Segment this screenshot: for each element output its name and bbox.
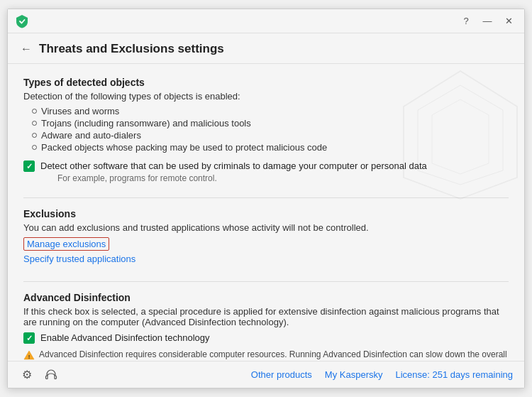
title-bar-left [15, 14, 29, 28]
help-button[interactable]: ? [456, 11, 476, 31]
license-info: License: 251 days remaining [396, 369, 514, 380]
advanced-disinfection-title: Advanced Disinfection [23, 292, 509, 303]
title-bar: ? — ✕ [8, 9, 524, 33]
settings-icon[interactable]: ⚙ [19, 367, 35, 383]
detected-objects-title: Types of detected objects [23, 77, 509, 88]
divider-2 [23, 281, 509, 282]
headset-svg [45, 369, 57, 381]
page-header: ← Threats and Exclusions settings [8, 33, 524, 64]
title-bar-controls: ? — ✕ [456, 11, 519, 31]
specify-trusted-applications-link[interactable]: Specify trusted applications [23, 254, 135, 264]
headset-icon[interactable] [43, 367, 59, 383]
exclusions-desc: You can add exclusions and trusted appli… [23, 222, 509, 233]
content-area: Types of detected objects Detection of t… [8, 64, 524, 361]
detected-objects-desc: Detection of the following types of obje… [23, 91, 509, 102]
list-item-label: Adware and auto-dialers [41, 130, 141, 141]
warning-icon: ! [23, 349, 35, 361]
detect-other-software-row: Detect other software that can be used b… [23, 160, 509, 183]
section-advanced-disinfection: Advanced Disinfection If this check box … [23, 292, 509, 361]
enable-advanced-disinfection-label: Enable Advanced Disinfection technology [40, 332, 210, 344]
bullet-icon [32, 145, 37, 150]
other-products-link[interactable]: Other products [251, 369, 312, 380]
list-item: Adware and auto-dialers [32, 130, 509, 141]
kaspersky-logo-icon [15, 14, 29, 28]
main-window: ? — ✕ ← Threats and Exclusions settings … [7, 9, 525, 388]
detect-other-software-label: Detect other software that can be used b… [40, 160, 427, 173]
enable-advanced-disinfection-row: Enable Advanced Disinfection technology [23, 332, 509, 344]
exclusions-title: Exclusions [23, 208, 509, 219]
list-item: Viruses and worms [32, 106, 509, 116]
content-wrapper: Types of detected objects Detection of t… [8, 64, 524, 361]
footer-left: ⚙ [19, 367, 59, 383]
bullet-icon [32, 121, 37, 126]
svg-text:!: ! [28, 354, 31, 360]
list-item-label: Trojans (including ransomware) and malic… [41, 118, 251, 129]
section-exclusions: Exclusions You can add exclusions and tr… [23, 208, 509, 267]
enable-advanced-disinfection-checkbox[interactable] [23, 332, 35, 344]
detected-objects-list: Viruses and worms Trojans (including ran… [32, 106, 509, 153]
warning-row: ! Advanced Disinfection requires conside… [23, 349, 509, 361]
footer: ⚙ Other products My Kaspersky License: 2… [8, 361, 524, 388]
advanced-disinfection-desc: If this check box is selected, a special… [23, 306, 509, 327]
footer-right: Other products My Kaspersky License: 251… [251, 369, 513, 380]
warning-text: Advanced Disinfection requires considera… [39, 349, 507, 361]
back-button[interactable]: ← [21, 43, 32, 55]
bullet-icon [32, 109, 37, 114]
section-detected-objects: Types of detected objects Detection of t… [23, 77, 509, 183]
list-item-label: Packed objects whose packing may be used… [41, 142, 327, 153]
my-kaspersky-link[interactable]: My Kaspersky [325, 369, 383, 380]
page-title: Threats and Exclusions settings [39, 42, 224, 56]
list-item: Trojans (including ransomware) and malic… [32, 118, 509, 129]
close-button[interactable]: ✕ [499, 11, 519, 31]
minimize-button[interactable]: — [477, 11, 497, 31]
list-item-label: Viruses and worms [41, 106, 119, 116]
detect-other-software-sublabel: For example, programs for remote control… [57, 173, 427, 183]
list-item: Packed objects whose packing may be used… [32, 142, 509, 153]
bullet-icon [32, 133, 37, 138]
manage-exclusions-link[interactable]: Manage exclusions [23, 237, 109, 251]
detect-other-software-checkbox[interactable] [23, 161, 35, 172]
divider-1 [23, 197, 509, 198]
